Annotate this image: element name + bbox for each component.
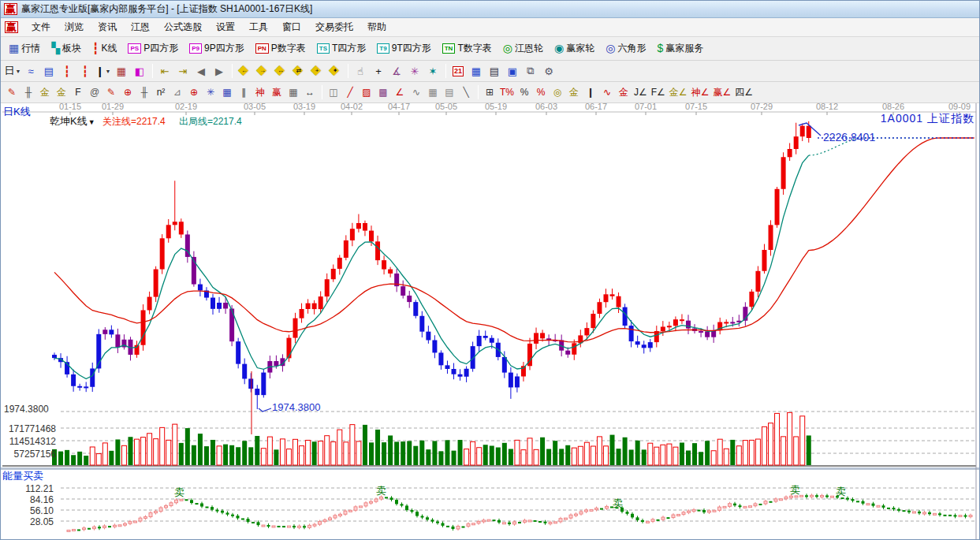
draw-wave[interactable]: ∿ [408,84,424,101]
draw-ruler-grid[interactable]: ▦ [285,84,301,101]
draw-ying[interactable]: 赢 [269,84,285,101]
kline-style-selector[interactable]: 乾坤K线▼ [50,114,95,128]
toolbar-9t-square[interactable]: T99T四方形 [372,39,435,58]
clover-tool-icon[interactable]: ✶ [424,63,442,80]
draw-gold-grid-2[interactable]: 金 [54,84,69,101]
draw-si-angle[interactable]: 四∠ [733,84,755,101]
draw-pencil[interactable]: ✎ [4,84,20,101]
pattern-box-icon[interactable]: ▦ [113,63,130,80]
draw-fan-box-2[interactable]: ▩ [375,84,391,101]
draw-gann-compass[interactable]: ⊕ [120,84,136,101]
candle-style-selector[interactable]: ❙▼ [95,63,112,80]
draw-gold-circle[interactable]: ◎ [550,84,565,101]
angle-tool-icon[interactable]: ∡ [388,63,405,80]
draw-slash[interactable]: ╲ [458,84,474,101]
draw-fan[interactable]: ╱ [342,84,358,101]
menu-trade[interactable]: 交易委托 [308,18,360,36]
toolbar-navigation: 日▼≈▤┇┇❙▼▦◧⇤⇥◀▶◆←◆→◆↔◆⇄◆+◆✦☝+∡✳✶21▦▤▣⧉⚙ [1,61,979,82]
draw-time-grid[interactable]: ╫ [20,84,36,101]
pan-hand-icon[interactable]: ☝ [352,63,369,80]
toolbar-kline[interactable]: ┇K线 [88,39,121,58]
draw-n-square[interactable]: n² [153,84,169,101]
diamond-expand-button[interactable]: ◆↔ [272,63,289,80]
draw-f-angle[interactable]: F∠ [650,84,667,101]
color-chart-icon[interactable]: ◧ [131,63,148,80]
toolbar-t-table[interactable]: TNT数字表 [438,39,497,58]
calculator-icon[interactable]: ▦ [468,63,485,80]
menu-file[interactable]: 文件 [24,18,58,36]
toolbar-sectors[interactable]: ▚板块 [47,39,86,58]
kline-small-9-icon[interactable]: ┇ [76,63,94,80]
crosshair-icon[interactable]: + [370,63,387,80]
draw-grid-web[interactable]: ▦ [219,84,235,101]
draw-grid-5[interactable]: ▦ [425,84,441,101]
toolbar-quotes[interactable]: ▦行情 [4,39,45,58]
draw-shen[interactable]: 神 [252,84,268,101]
draw-gold-underline[interactable]: 金 [616,84,632,101]
draw-gold-lines[interactable]: 金 [566,84,582,101]
draw-spiral[interactable]: @ [87,84,102,101]
draw-angle-ruler[interactable]: ⊿ [170,84,185,101]
toolbar-t-square-label: T四方形 [332,42,366,55]
nav-first-button[interactable]: ⇤ [156,63,173,80]
draw-web[interactable]: ✳ [203,84,218,101]
menu-browse[interactable]: 浏览 [58,18,91,36]
draw-list-grid[interactable]: ⊞ [482,84,497,101]
draw-percent[interactable]: % [516,84,532,101]
calendar-icon[interactable]: 21 [449,63,467,80]
cart-icon[interactable]: ⚙ [540,63,557,80]
draw-percent-lines[interactable]: % [533,84,549,101]
draw-ying-angle[interactable]: 赢∠ [711,84,732,101]
note-icon[interactable]: ▤ [40,63,58,80]
draw-pencil-flag[interactable]: ✎ [103,84,119,101]
menu-gann[interactable]: 江恩 [124,18,157,36]
kline-small-3-icon[interactable]: ┇ [58,63,76,80]
draw-width[interactable]: ↔ [302,84,318,101]
wave-box-icon[interactable]: ≈ [22,63,39,80]
draw-shen-angle[interactable]: 神∠ [690,84,711,101]
chart-canvas[interactable]: 01-1501-2902-1903-0503-1904-0204-1705-05… [1,103,980,540]
draw-angle-line[interactable]: ∠ [392,84,408,101]
toolbar-p-table[interactable]: PNP数字表 [251,39,311,58]
toolbar-winner-service[interactable]: $赢家服务 [652,39,708,58]
menu-tools[interactable]: 工具 [242,18,275,36]
draw-f-tool[interactable]: F [70,84,86,101]
draw-target[interactable]: ⊕ [186,84,202,101]
toolbar-p-square[interactable]: PSP四方形 [123,39,183,58]
draw-gold-angle[interactable]: 金∠ [668,84,689,101]
toolbar-9p-square[interactable]: P99P四方形 [184,39,248,58]
star-tool-icon[interactable]: ✳ [406,63,423,80]
nav-last-button[interactable]: ⇥ [174,63,192,80]
toolbar-gann-wheel[interactable]: ◎江恩轮 [498,39,548,58]
copy-icon[interactable]: ⧉ [522,63,539,80]
draw-grid-6[interactable]: ▤ [442,84,457,101]
diamond-plus-button[interactable]: ◆+ [308,63,326,80]
draw-bars[interactable]: ∥ [236,84,252,101]
menu-window[interactable]: 窗口 [275,18,308,36]
draw-t-percent[interactable]: T% [498,84,516,101]
draw-i-beam[interactable]: ❙ [583,84,598,101]
toolbar-hexagon[interactable]: ◎六角形 [601,39,650,58]
notebook-icon[interactable]: ▤ [486,63,503,80]
period-selector[interactable]: 日▼ [4,63,21,80]
menu-news[interactable]: 资讯 [91,18,124,36]
draw-j-angle[interactable]: J∠ [632,84,649,101]
nav-next-button[interactable]: ▶ [211,63,228,80]
menu-settings[interactable]: 设置 [209,18,242,36]
diamond-left-button[interactable]: ◆← [236,63,253,80]
toolbar-t-square[interactable]: TST四方形 [312,39,371,58]
diamond-right-button[interactable]: ◆→ [254,63,271,80]
diamond-star-button[interactable]: ◆✦ [326,63,344,80]
menu-help[interactable]: 帮助 [360,18,393,36]
draw-wave-gold[interactable]: ∿ [599,84,615,101]
draw-grid-2[interactable]: ╫ [136,84,152,101]
toolbar-winner-wheel[interactable]: ◉赢家轮 [550,39,599,58]
date-label: 07-01 [635,103,657,111]
nav-prev-button[interactable]: ◀ [192,63,210,80]
menu-formula-select[interactable]: 公式选股 [157,18,209,36]
draw-gold-grid-1[interactable]: 金 [37,84,53,101]
draw-box-grid[interactable]: ◫ [326,84,341,101]
diamond-swap-button[interactable]: ◆⇄ [290,63,307,80]
draw-fan-box[interactable]: ▨ [359,84,374,101]
save-icon[interactable]: ▣ [504,63,521,80]
